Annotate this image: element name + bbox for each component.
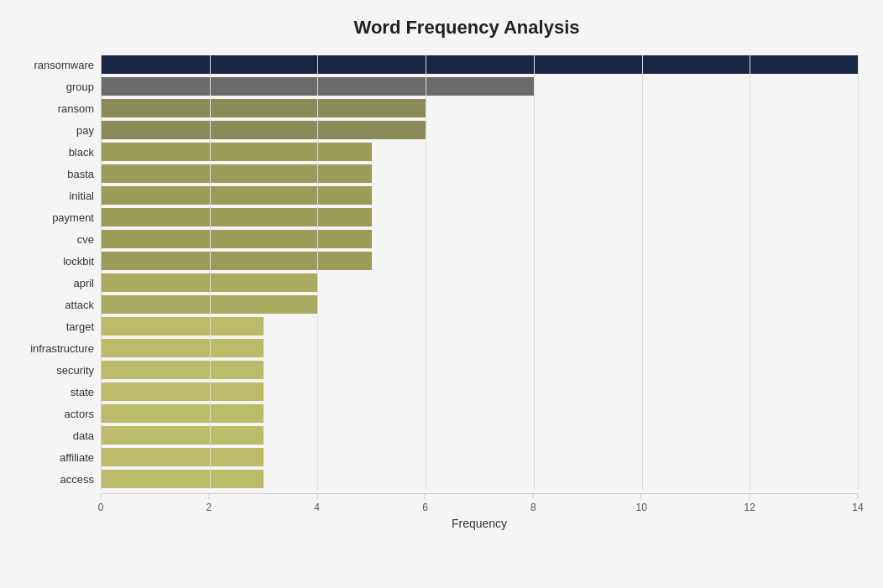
y-label: basta [8,163,94,185]
chart-area: ransomwaregroupransompayblackbastainitia… [8,54,858,516]
y-label: cve [8,228,94,250]
bar [102,404,264,423]
y-label: target [8,315,94,337]
x-tick-line [316,494,317,499]
x-tick-label: 14 [852,502,863,513]
x-tick-label: 6 [422,502,428,513]
bar-row [102,446,858,468]
bar-row [102,54,858,75]
bar [102,470,264,488]
bar [102,121,426,139]
x-ticks: 02468101214 [101,493,858,512]
x-tick-label: 4 [314,502,320,513]
bar [102,382,264,401]
y-label: access [8,468,94,490]
x-tick-line [750,494,750,499]
bar-row [102,163,858,185]
x-tick-line [425,494,426,499]
y-label: attack [8,294,94,315]
bar-row [102,119,858,141]
x-tick-label: 10 [636,502,647,513]
y-label: payment [8,206,94,228]
bar [102,208,372,226]
bar [102,186,372,205]
bar [102,55,858,74]
bar-row [102,381,858,403]
plot-area [101,54,858,490]
y-labels: ransomwaregroupransompayblackbastainitia… [8,54,101,490]
bar [102,99,426,117]
bar [102,143,372,161]
x-tick: 4 [314,494,320,513]
bar-row [102,315,858,337]
bar-row [102,272,858,294]
y-label: ransom [8,97,94,119]
y-label: data [8,424,94,446]
bar [102,77,534,96]
bar-row [102,185,858,206]
bar [102,164,372,183]
bars-section: ransomwaregroupransompayblackbastainitia… [8,54,858,490]
bar-row [102,206,858,228]
bar [102,361,264,379]
x-axis-label: Frequency [8,517,858,530]
x-tick: 0 [98,494,104,513]
x-tick-label: 12 [744,502,755,513]
y-label: infrastructure [8,337,94,359]
bar [102,273,317,292]
bar [102,339,264,357]
y-label: group [8,75,94,97]
x-tick-line [857,494,858,499]
y-label: pay [8,119,94,141]
bar [102,230,372,248]
bar-row [102,359,858,381]
x-tick: 6 [422,494,428,513]
bar [102,317,264,336]
x-tick-label: 0 [98,502,104,513]
bar [102,448,264,466]
y-label: lockbit [8,250,94,272]
y-label: security [8,359,94,381]
bar [102,295,317,314]
chart-container: Word Frequency Analysis ransomwaregroupr… [0,0,883,588]
y-label: affiliate [8,446,94,468]
bar [102,252,372,270]
x-tick-label: 2 [206,502,212,513]
chart-title: Word Frequency Analysis [8,17,858,39]
bar-row [102,250,858,272]
y-label: ransomware [8,54,94,75]
y-label: state [8,381,94,403]
bar-row [102,228,858,250]
bar [102,426,264,445]
y-label: black [8,141,94,163]
y-label: april [8,272,94,294]
bar-row [102,294,858,315]
x-tick: 12 [744,494,755,513]
x-axis: 02468101214 [8,493,858,512]
x-tick: 10 [636,494,647,513]
x-tick-line [101,494,102,499]
x-tick-line [208,494,209,499]
bar-row [102,97,858,119]
bar-row [102,468,858,490]
x-tick: 8 [530,494,536,513]
x-tick: 14 [852,494,863,513]
bar-row [102,424,858,446]
y-label: initial [8,185,94,206]
bar-row [102,75,858,97]
x-tick-line [641,494,642,499]
x-tick: 2 [206,494,212,513]
bar-row [102,141,858,163]
bar-row [102,337,858,359]
bar-row [102,403,858,424]
x-tick-line [533,494,534,499]
grid-line [858,54,859,490]
x-tick-label: 8 [530,502,536,513]
y-label: actors [8,403,94,424]
